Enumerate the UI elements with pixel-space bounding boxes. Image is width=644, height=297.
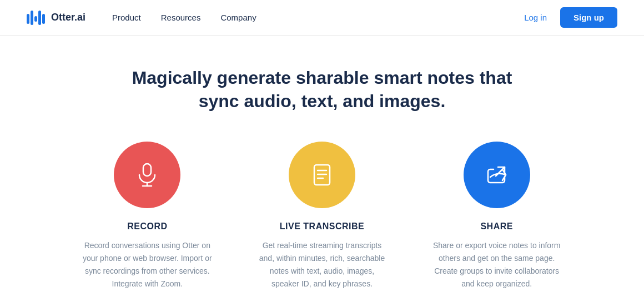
record-icon-circle [114, 142, 180, 208]
nav-link-resources[interactable]: Resources [161, 13, 201, 22]
feature-live-transcribe: LIVE TRANSCRIBE Get real-time streaming … [235, 142, 410, 290]
share-icon-circle [464, 142, 530, 208]
nav-link-product[interactable]: Product [112, 13, 141, 22]
transcribe-icon-circle [289, 142, 355, 208]
feature-record: RECORD Record conversations using Otter … [60, 142, 235, 290]
svg-rect-2 [34, 16, 37, 22]
document-icon [308, 160, 336, 189]
transcribe-title: LIVE TRANSCRIBE [280, 222, 364, 231]
svg-rect-0 [27, 14, 29, 24]
features-section: RECORD Record conversations using Otter … [27, 142, 617, 290]
svg-rect-4 [42, 14, 45, 24]
nav-link-company[interactable]: Company [220, 13, 256, 22]
share-title: SHARE [480, 222, 513, 231]
share-icon [482, 160, 511, 189]
nav-actions: Log in Sign up [524, 7, 617, 28]
login-button[interactable]: Log in [524, 13, 547, 22]
logo[interactable]: Otter.ai [27, 9, 85, 26]
svg-rect-5 [143, 164, 151, 176]
record-title: RECORD [127, 222, 167, 231]
transcribe-description: Get real-time streaming transcripts and,… [257, 239, 388, 290]
logo-text: Otter.ai [51, 12, 85, 23]
record-description: Record conversations using Otter on your… [82, 239, 213, 290]
logo-icon [27, 9, 47, 26]
navbar: Otter.ai Product Resources Company Log i… [0, 0, 644, 36]
svg-rect-1 [31, 11, 33, 25]
nav-links: Product Resources Company [112, 13, 524, 22]
svg-rect-3 [38, 11, 41, 25]
hero-title: Magically generate sharable smart notes … [128, 67, 516, 113]
hero-section: Magically generate sharable smart notes … [0, 36, 644, 297]
signup-button[interactable]: Sign up [560, 7, 617, 28]
feature-share: SHARE Share or export voice notes to inf… [409, 142, 584, 290]
microphone-icon [133, 160, 162, 189]
share-description: Share or export voice notes to inform ot… [431, 239, 562, 290]
